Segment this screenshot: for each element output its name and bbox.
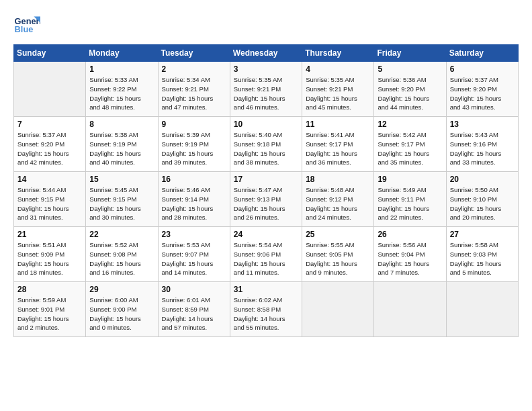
calendar-cell: 17Sunrise: 5:47 AMSunset: 9:13 PMDayligh…: [230, 172, 302, 227]
cell-info: Sunrise: 6:02 AMSunset: 8:58 PMDaylight:…: [234, 295, 298, 332]
calendar-cell: 9Sunrise: 5:39 AMSunset: 9:19 PMDaylight…: [158, 117, 230, 172]
calendar-cell: 18Sunrise: 5:48 AMSunset: 9:12 PMDayligh…: [302, 172, 374, 227]
cell-info: Sunrise: 5:50 AMSunset: 9:10 PMDaylight:…: [450, 185, 515, 222]
weekday-header: Wednesday: [230, 45, 302, 62]
cell-info: Sunrise: 5:42 AMSunset: 9:17 PMDaylight:…: [378, 130, 442, 167]
calendar-week-row: 1Sunrise: 5:33 AMSunset: 9:22 PMDaylight…: [14, 62, 519, 117]
calendar: SundayMondayTuesdayWednesdayThursdayFrid…: [13, 44, 519, 337]
calendar-cell: 25Sunrise: 5:55 AMSunset: 9:05 PMDayligh…: [302, 227, 374, 282]
cell-info: Sunrise: 5:55 AMSunset: 9:05 PMDaylight:…: [306, 240, 370, 277]
calendar-cell: 7Sunrise: 5:37 AMSunset: 9:20 PMDaylight…: [14, 117, 86, 172]
calendar-cell: 31Sunrise: 6:02 AMSunset: 8:58 PMDayligh…: [230, 282, 302, 337]
day-number: 31: [234, 285, 298, 294]
calendar-cell: 23Sunrise: 5:53 AMSunset: 9:07 PMDayligh…: [158, 227, 230, 282]
cell-info: Sunrise: 5:38 AMSunset: 9:19 PMDaylight:…: [89, 130, 154, 167]
cell-info: Sunrise: 5:39 AMSunset: 9:19 PMDaylight:…: [162, 130, 226, 167]
weekday-header: Monday: [86, 45, 158, 62]
day-number: 22: [89, 230, 154, 239]
calendar-week-row: 7Sunrise: 5:37 AMSunset: 9:20 PMDaylight…: [14, 117, 519, 172]
day-number: 5: [378, 64, 442, 74]
calendar-cell: 30Sunrise: 6:01 AMSunset: 8:59 PMDayligh…: [158, 282, 230, 337]
day-number: 26: [378, 230, 442, 239]
cell-info: Sunrise: 5:43 AMSunset: 9:16 PMDaylight:…: [450, 130, 515, 167]
weekday-header: Tuesday: [158, 45, 230, 62]
logo: General Blue: [13, 12, 40, 39]
day-number: 30: [162, 285, 226, 294]
cell-info: Sunrise: 5:48 AMSunset: 9:12 PMDaylight:…: [306, 185, 370, 222]
day-number: 14: [17, 175, 82, 184]
calendar-cell: 3Sunrise: 5:35 AMSunset: 9:21 PMDaylight…: [230, 62, 302, 117]
calendar-cell: 8Sunrise: 5:38 AMSunset: 9:19 PMDaylight…: [86, 117, 158, 172]
day-number: 10: [234, 120, 298, 129]
calendar-cell: 15Sunrise: 5:45 AMSunset: 9:15 PMDayligh…: [86, 172, 158, 227]
day-number: 21: [17, 230, 82, 239]
cell-info: Sunrise: 5:44 AMSunset: 9:15 PMDaylight:…: [17, 185, 82, 222]
cell-info: Sunrise: 5:36 AMSunset: 9:20 PMDaylight:…: [378, 75, 442, 112]
day-number: 9: [162, 120, 226, 129]
cell-info: Sunrise: 5:51 AMSunset: 9:09 PMDaylight:…: [17, 240, 82, 277]
weekday-header: Thursday: [302, 45, 374, 62]
day-number: 1: [89, 64, 154, 74]
cell-info: Sunrise: 5:33 AMSunset: 9:22 PMDaylight:…: [89, 75, 154, 112]
cell-info: Sunrise: 5:54 AMSunset: 9:06 PMDaylight:…: [234, 240, 298, 277]
calendar-cell: 5Sunrise: 5:36 AMSunset: 9:20 PMDaylight…: [374, 62, 446, 117]
day-number: 4: [306, 64, 370, 74]
calendar-cell: 26Sunrise: 5:56 AMSunset: 9:04 PMDayligh…: [374, 227, 446, 282]
day-number: 17: [234, 175, 298, 184]
day-number: 8: [89, 120, 154, 129]
cell-info: Sunrise: 5:46 AMSunset: 9:14 PMDaylight:…: [162, 185, 226, 222]
weekday-header: Sunday: [14, 45, 86, 62]
page: General Blue SundayMondayTuesdayWednesda…: [0, 0, 532, 411]
day-number: 25: [306, 230, 370, 239]
calendar-cell: 28Sunrise: 5:59 AMSunset: 9:01 PMDayligh…: [14, 282, 86, 337]
day-number: 16: [162, 175, 226, 184]
cell-info: Sunrise: 5:34 AMSunset: 9:21 PMDaylight:…: [162, 75, 226, 112]
calendar-header-row: SundayMondayTuesdayWednesdayThursdayFrid…: [14, 45, 519, 62]
cell-info: Sunrise: 5:53 AMSunset: 9:07 PMDaylight:…: [162, 240, 226, 277]
day-number: 3: [234, 64, 298, 74]
day-number: 24: [234, 230, 298, 239]
day-number: 20: [450, 175, 515, 184]
cell-info: Sunrise: 5:52 AMSunset: 9:08 PMDaylight:…: [89, 240, 154, 277]
calendar-cell: 4Sunrise: 5:35 AMSunset: 9:21 PMDaylight…: [302, 62, 374, 117]
calendar-cell: 12Sunrise: 5:42 AMSunset: 9:17 PMDayligh…: [374, 117, 446, 172]
calendar-cell: 11Sunrise: 5:41 AMSunset: 9:17 PMDayligh…: [302, 117, 374, 172]
day-number: 13: [450, 120, 515, 129]
header: General Blue: [13, 12, 519, 39]
calendar-week-row: 28Sunrise: 5:59 AMSunset: 9:01 PMDayligh…: [14, 282, 519, 337]
cell-info: Sunrise: 5:58 AMSunset: 9:03 PMDaylight:…: [450, 240, 515, 277]
day-number: 2: [162, 64, 226, 74]
day-number: 12: [378, 120, 442, 129]
day-number: 15: [89, 175, 154, 184]
logo-icon: General Blue: [13, 12, 40, 39]
calendar-cell: 20Sunrise: 5:50 AMSunset: 9:10 PMDayligh…: [446, 172, 518, 227]
calendar-cell: 6Sunrise: 5:37 AMSunset: 9:20 PMDaylight…: [446, 62, 518, 117]
cell-info: Sunrise: 5:37 AMSunset: 9:20 PMDaylight:…: [17, 130, 82, 167]
calendar-cell: 13Sunrise: 5:43 AMSunset: 9:16 PMDayligh…: [446, 117, 518, 172]
calendar-cell: [14, 62, 86, 117]
calendar-cell: 21Sunrise: 5:51 AMSunset: 9:09 PMDayligh…: [14, 227, 86, 282]
svg-text:Blue: Blue: [15, 24, 34, 34]
calendar-cell: [446, 282, 518, 337]
calendar-week-row: 21Sunrise: 5:51 AMSunset: 9:09 PMDayligh…: [14, 227, 519, 282]
day-number: 28: [17, 285, 82, 294]
calendar-cell: 10Sunrise: 5:40 AMSunset: 9:18 PMDayligh…: [230, 117, 302, 172]
day-number: 11: [306, 120, 370, 129]
cell-info: Sunrise: 5:37 AMSunset: 9:20 PMDaylight:…: [450, 75, 515, 112]
cell-info: Sunrise: 5:41 AMSunset: 9:17 PMDaylight:…: [306, 130, 370, 167]
calendar-cell: 2Sunrise: 5:34 AMSunset: 9:21 PMDaylight…: [158, 62, 230, 117]
cell-info: Sunrise: 5:59 AMSunset: 9:01 PMDaylight:…: [17, 295, 82, 332]
cell-info: Sunrise: 5:40 AMSunset: 9:18 PMDaylight:…: [234, 130, 298, 167]
calendar-cell: [374, 282, 446, 337]
cell-info: Sunrise: 6:01 AMSunset: 8:59 PMDaylight:…: [162, 295, 226, 332]
calendar-cell: 27Sunrise: 5:58 AMSunset: 9:03 PMDayligh…: [446, 227, 518, 282]
cell-info: Sunrise: 5:49 AMSunset: 9:11 PMDaylight:…: [378, 185, 442, 222]
weekday-header: Friday: [374, 45, 446, 62]
calendar-cell: 22Sunrise: 5:52 AMSunset: 9:08 PMDayligh…: [86, 227, 158, 282]
calendar-cell: 19Sunrise: 5:49 AMSunset: 9:11 PMDayligh…: [374, 172, 446, 227]
cell-info: Sunrise: 5:56 AMSunset: 9:04 PMDaylight:…: [378, 240, 442, 277]
day-number: 18: [306, 175, 370, 184]
day-number: 27: [450, 230, 515, 239]
calendar-cell: [302, 282, 374, 337]
cell-info: Sunrise: 5:35 AMSunset: 9:21 PMDaylight:…: [306, 75, 370, 112]
